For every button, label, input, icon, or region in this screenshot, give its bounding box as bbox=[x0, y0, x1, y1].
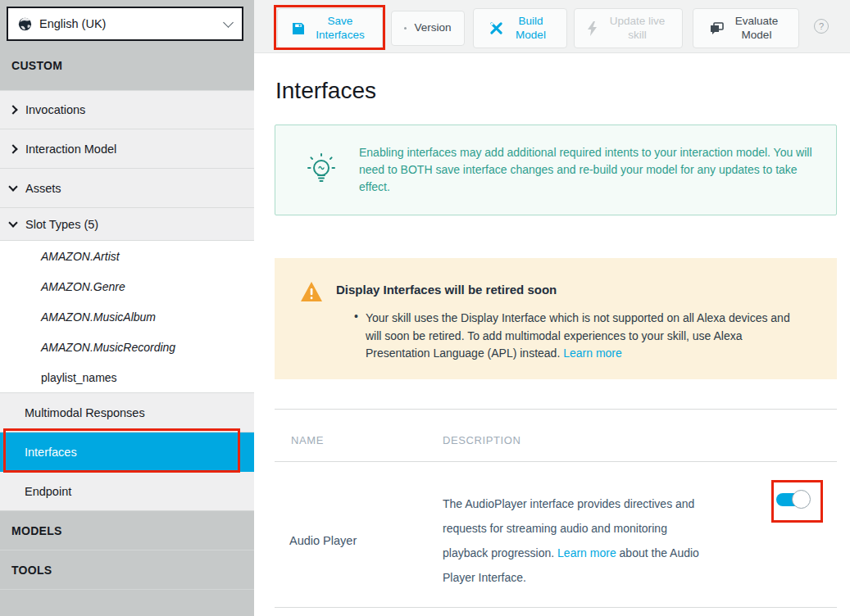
save-icon bbox=[292, 22, 305, 35]
version-button-label: Version bbox=[414, 21, 451, 34]
slot-type-label: playlist_names bbox=[41, 371, 117, 384]
interface-row-name: Audio Player bbox=[289, 534, 357, 547]
column-header-description: DESCRIPTION bbox=[443, 434, 520, 446]
page-title: Interfaces bbox=[275, 78, 376, 104]
slot-type-playlist-names[interactable]: playlist_names bbox=[0, 362, 254, 392]
sidebar-item-assets[interactable]: Assets bbox=[0, 169, 254, 208]
chevron-right-icon bbox=[8, 144, 17, 153]
version-button[interactable]: Version bbox=[391, 11, 465, 46]
alexa-developer-console: English (UK) CUSTOM Invocations Interact… bbox=[0, 0, 850, 616]
update-button-label: Update live skill bbox=[605, 15, 670, 41]
slot-type-label: AMAZON.MusicAlbum bbox=[41, 310, 156, 324]
interface-row-description: The AudioPlayer interface provides direc… bbox=[443, 491, 707, 590]
main-content: Interfaces Enabling interfaces may add a… bbox=[254, 53, 850, 616]
sidebar-item-interaction-model[interactable]: Interaction Model bbox=[0, 129, 254, 169]
warning-icon bbox=[300, 281, 323, 302]
chevron-down-icon bbox=[8, 182, 17, 191]
sidebar-item-label: Interfaces bbox=[25, 446, 77, 459]
evaluate-model-button[interactable]: Evaluate Model bbox=[693, 8, 799, 48]
slot-type-label: AMAZON.Genre bbox=[41, 280, 125, 293]
chat-bubbles-icon bbox=[710, 22, 724, 34]
toolbar: Save Interfaces Version Build Model bbox=[254, 0, 850, 53]
info-banner-text: Enabling interfaces may add additional r… bbox=[359, 144, 818, 196]
chevron-down-icon bbox=[8, 218, 17, 227]
divider bbox=[275, 461, 837, 462]
divider bbox=[275, 409, 837, 410]
update-live-skill-button[interactable]: Update live skill bbox=[574, 8, 683, 48]
sidebar-item-label: Assets bbox=[25, 182, 61, 195]
warning-banner: Display Interfaces will be retired soon … bbox=[275, 258, 837, 379]
sidebar: English (UK) CUSTOM Invocations Interact… bbox=[0, 0, 254, 616]
bullet-dot: • bbox=[354, 310, 358, 363]
sidebar-section-tools[interactable]: TOOLS bbox=[0, 550, 254, 590]
build-tools-icon bbox=[489, 21, 503, 35]
lightning-icon bbox=[587, 21, 598, 36]
description-learn-more-link[interactable]: Learn more bbox=[557, 546, 616, 559]
divider bbox=[275, 607, 837, 608]
slot-types-list: AMAZON.Artist AMAZON.Genre AMAZON.MusicA… bbox=[0, 241, 254, 393]
slot-type-label: AMAZON.Artist bbox=[41, 250, 120, 263]
globe-icon bbox=[18, 17, 32, 31]
build-model-button[interactable]: Build Model bbox=[473, 8, 567, 48]
help-icon[interactable]: ? bbox=[814, 19, 829, 34]
sidebar-item-invocations[interactable]: Invocations bbox=[0, 90, 254, 129]
warning-title: Display Interfaces will be retired soon bbox=[336, 283, 557, 297]
save-button-label: Save Interfaces bbox=[312, 15, 368, 41]
build-button-label: Build Model bbox=[511, 15, 552, 41]
slot-type-amazon-musicrecording[interactable]: AMAZON.MusicRecording bbox=[0, 332, 254, 362]
save-interfaces-button[interactable]: Save Interfaces bbox=[277, 8, 383, 48]
column-header-name: NAME bbox=[291, 434, 324, 446]
sidebar-item-label: Endpoint bbox=[25, 485, 71, 498]
warning-bullet: • Your skill uses the Display Interface … bbox=[354, 310, 793, 363]
sidebar-item-multimodal-responses[interactable]: Multimodal Responses bbox=[0, 393, 254, 433]
evaluate-button-label: Evaluate Model bbox=[731, 15, 782, 41]
warning-learn-more-link[interactable]: Learn more bbox=[563, 346, 622, 360]
sidebar-section-models[interactable]: MODELS bbox=[0, 510, 254, 550]
chevron-down-icon bbox=[223, 17, 234, 28]
slot-type-amazon-musicalbum[interactable]: AMAZON.MusicAlbum bbox=[0, 301, 254, 332]
slot-type-label: AMAZON.MusicRecording bbox=[41, 341, 175, 354]
sidebar-section-custom: CUSTOM bbox=[0, 41, 254, 90]
language-label: English (UK) bbox=[39, 17, 225, 30]
audio-player-toggle[interactable] bbox=[776, 493, 807, 506]
sidebar-item-endpoint[interactable]: Endpoint bbox=[0, 472, 254, 511]
sidebar-item-label: Slot Types (5) bbox=[25, 218, 98, 231]
sidebar-item-label: Invocations bbox=[25, 103, 85, 116]
sidebar-item-interfaces[interactable]: Interfaces bbox=[0, 433, 254, 472]
sidebar-item-slot-types[interactable]: Slot Types (5) bbox=[0, 208, 254, 241]
slot-type-amazon-genre[interactable]: AMAZON.Genre bbox=[0, 271, 254, 301]
lightbulb-icon bbox=[307, 152, 336, 188]
version-icon bbox=[404, 27, 407, 29]
toggle-knob bbox=[792, 490, 811, 509]
chevron-right-icon bbox=[8, 105, 17, 114]
info-banner: Enabling interfaces may add additional r… bbox=[275, 125, 837, 215]
sidebar-item-label: Interaction Model bbox=[25, 143, 116, 156]
language-selector[interactable]: English (UK) bbox=[7, 7, 243, 41]
sidebar-item-label: Multimodal Responses bbox=[25, 406, 145, 419]
slot-type-amazon-artist[interactable]: AMAZON.Artist bbox=[0, 241, 254, 271]
